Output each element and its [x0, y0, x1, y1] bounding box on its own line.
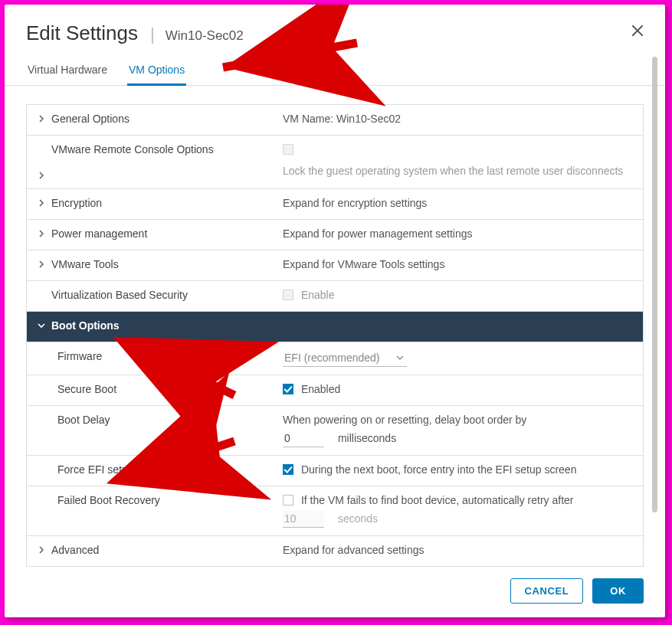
field-label: Boot Delay	[57, 414, 110, 426]
section-label: Virtualization Based Security	[51, 289, 188, 301]
secure-boot-label: Enabled	[301, 383, 340, 395]
section-label: Advanced	[51, 544, 99, 556]
dialog-header: Edit Settings | Win10-Sec02	[5, 5, 665, 51]
field-label: Failed Boot Recovery	[57, 494, 160, 506]
chevron-right-icon	[38, 199, 45, 207]
section-label: Power management	[51, 227, 147, 240]
content-area: General Options VM Name: Win10-Sec02 VMw…	[5, 86, 665, 568]
chevron-right-icon	[38, 115, 45, 123]
failed-recovery-checkbox[interactable]	[283, 495, 293, 506]
advanced-summary: Expand for advanced settings	[280, 536, 643, 566]
general-summary-value: Win10-Sec02	[336, 113, 401, 125]
tab-vm-options[interactable]: VM Options	[127, 59, 186, 86]
vbs-enable-checkbox	[283, 290, 293, 300]
scrollbar-thumb[interactable]	[652, 57, 657, 512]
power-summary: Expand for power management settings	[280, 220, 643, 250]
chevron-right-icon	[38, 260, 45, 268]
boot-delay-unit: milliseconds	[338, 432, 396, 444]
close-icon	[631, 24, 644, 41]
encryption-summary: Expand for encryption settings	[280, 189, 643, 219]
dialog-title: Edit Settings	[26, 21, 138, 45]
row-general-options[interactable]: General Options VM Name: Win10-Sec02	[27, 105, 643, 136]
vmrc-lock-checkbox	[283, 144, 293, 155]
vbs-enable-label: Enable	[301, 289, 335, 301]
force-efi-checkbox[interactable]	[283, 464, 293, 475]
dialog-footer: CANCEL OK	[5, 568, 665, 617]
chevron-right-icon	[38, 172, 45, 179]
row-force-efi: Force EFI setup During the next boot, fo…	[27, 456, 643, 486]
cancel-button[interactable]: CANCEL	[510, 578, 584, 604]
row-encryption[interactable]: Encryption Expand for encryption setting…	[27, 189, 643, 220]
row-vmware-tools[interactable]: VMware Tools Expand for VMware Tools set…	[27, 250, 643, 281]
row-secure-boot: Secure Boot Enabled	[27, 375, 643, 406]
general-summary-prefix: VM Name:	[283, 113, 336, 125]
field-label: Secure Boot	[57, 383, 116, 395]
chevron-down-icon	[38, 322, 45, 329]
ok-button[interactable]: OK	[592, 578, 644, 604]
row-advanced[interactable]: Advanced Expand for advanced settings	[27, 536, 643, 567]
tab-virtual-hardware[interactable]: Virtual Hardware	[26, 59, 109, 86]
tab-bar: Virtual Hardware VM Options	[5, 51, 665, 86]
title-separator: |	[150, 25, 155, 44]
boot-delay-input[interactable]	[283, 430, 324, 447]
secure-boot-checkbox[interactable]	[283, 384, 293, 394]
section-label: VMware Remote Console Options	[51, 143, 214, 155]
row-vbs: Virtualization Based Security Enable	[27, 281, 643, 312]
row-boot-delay: Boot Delay When powering on or resetting…	[27, 406, 643, 456]
section-label: General Options	[51, 113, 129, 125]
chevron-down-icon	[396, 352, 404, 364]
firmware-value: EFI (recommended)	[284, 352, 379, 364]
vmrc-desc: Lock the guest operating system when the…	[283, 162, 635, 181]
field-label: Firmware	[57, 350, 102, 362]
vm-name: Win10-Sec02	[166, 28, 244, 44]
boot-delay-desc: When powering on or resetting, delay boo…	[283, 414, 635, 426]
firmware-select[interactable]: EFI (recommended)	[283, 350, 407, 367]
row-boot-options[interactable]: Boot Options	[27, 312, 643, 342]
section-label: VMware Tools	[51, 258, 119, 270]
row-firmware: Firmware EFI (recommended)	[27, 342, 643, 375]
row-failed-boot-recovery: Failed Boot Recovery If the VM fails to …	[27, 486, 643, 536]
chevron-right-icon	[38, 546, 45, 554]
force-efi-desc: During the next boot, force entry into t…	[301, 463, 577, 476]
chevron-right-icon	[38, 230, 45, 237]
edit-settings-dialog: Edit Settings | Win10-Sec02 Virtual Hard…	[5, 5, 665, 617]
close-button[interactable]	[627, 21, 648, 43]
row-vmrc-options[interactable]: VMware Remote Console Options Lock the g…	[27, 136, 643, 189]
failed-recovery-desc: If the VM fails to find boot device, aut…	[301, 494, 574, 506]
row-power-management[interactable]: Power management Expand for power manage…	[27, 220, 643, 250]
section-label: Encryption	[51, 197, 102, 209]
failed-recovery-unit: seconds	[338, 512, 378, 525]
tools-summary: Expand for VMware Tools settings	[280, 250, 643, 280]
failed-recovery-input	[283, 511, 324, 528]
options-table: General Options VM Name: Win10-Sec02 VMw…	[26, 104, 644, 567]
field-label: Force EFI setup	[57, 463, 134, 476]
section-label: Boot Options	[51, 319, 120, 332]
